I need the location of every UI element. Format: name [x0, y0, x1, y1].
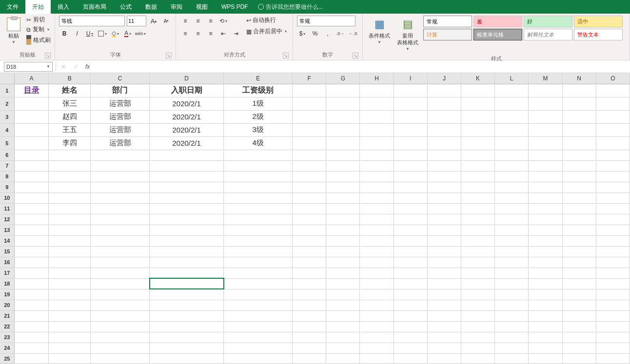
- cell-D18[interactable]: [150, 278, 224, 289]
- cell-B8[interactable]: [49, 171, 91, 182]
- row-header-6[interactable]: 6: [0, 150, 14, 160]
- cell-H4[interactable]: [360, 123, 394, 136]
- cell-E10[interactable]: [224, 192, 293, 203]
- tell-me-search[interactable]: 告诉我您想要做什么...: [258, 3, 323, 11]
- row-header-21[interactable]: 21: [0, 310, 14, 321]
- col-header-C[interactable]: C: [91, 73, 150, 84]
- number-launcher[interactable]: ↘: [353, 53, 358, 58]
- row-header-22[interactable]: 22: [0, 321, 14, 332]
- row-header-11[interactable]: 11: [0, 203, 14, 214]
- cell-L5[interactable]: [495, 136, 529, 150]
- row-header-13[interactable]: 13: [0, 225, 14, 235]
- cell-H15[interactable]: [360, 246, 394, 257]
- cell-F6[interactable]: [293, 150, 326, 160]
- cell-G23[interactable]: [326, 332, 360, 343]
- cell-J24[interactable]: [427, 343, 461, 353]
- cell-K21[interactable]: [461, 310, 494, 321]
- cell-E14[interactable]: [224, 235, 293, 246]
- cell-C21[interactable]: [91, 310, 150, 321]
- align-right-button[interactable]: ≡: [205, 28, 216, 39]
- cell-N6[interactable]: [562, 150, 596, 160]
- cell-I11[interactable]: [394, 203, 427, 214]
- cell-H21[interactable]: [360, 310, 394, 321]
- cell-G22[interactable]: [326, 321, 360, 332]
- cell-B10[interactable]: [49, 192, 91, 203]
- cell-N15[interactable]: [562, 246, 596, 257]
- cell-I6[interactable]: [394, 150, 427, 160]
- cell-O3[interactable]: [596, 110, 630, 123]
- cell-H3[interactable]: [360, 110, 394, 123]
- cell-O13[interactable]: [596, 225, 630, 235]
- format-painter-button[interactable]: 格式刷: [26, 35, 51, 45]
- menu-tab-开始[interactable]: 开始: [25, 0, 51, 14]
- cell-K1[interactable]: [461, 84, 494, 97]
- cell-style-差[interactable]: 差: [473, 16, 522, 27]
- cell-G18[interactable]: [326, 278, 360, 289]
- cell-I15[interactable]: [394, 246, 427, 257]
- cell-I20[interactable]: [394, 300, 427, 310]
- cell-D11[interactable]: [150, 203, 224, 214]
- cell-J6[interactable]: [427, 150, 461, 160]
- cell-L4[interactable]: [495, 123, 529, 136]
- cell-G8[interactable]: [326, 171, 360, 182]
- row-header-1[interactable]: 1: [0, 84, 14, 97]
- cell-N13[interactable]: [562, 225, 596, 235]
- indent-inc-button[interactable]: ⇥: [231, 28, 241, 39]
- cell-B21[interactable]: [49, 310, 91, 321]
- cell-J20[interactable]: [427, 300, 461, 310]
- cell-L7[interactable]: [495, 160, 529, 171]
- cell-H10[interactable]: [360, 192, 394, 203]
- cell-K3[interactable]: [461, 110, 494, 123]
- cell-I3[interactable]: [394, 110, 427, 123]
- clipboard-launcher[interactable]: ↘: [45, 53, 51, 58]
- cell-style-检查单元格[interactable]: 检查单元格: [473, 29, 522, 40]
- percent-button[interactable]: %: [310, 28, 320, 39]
- cell-M9[interactable]: [529, 182, 562, 192]
- cell-E5[interactable]: 4级: [224, 136, 293, 150]
- cell-A16[interactable]: [14, 257, 49, 268]
- cell-J17[interactable]: [427, 268, 461, 278]
- cell-E11[interactable]: [224, 203, 293, 214]
- cell-K12[interactable]: [461, 214, 494, 225]
- cell-F11[interactable]: [293, 203, 326, 214]
- row-header-15[interactable]: 15: [0, 246, 14, 257]
- cell-K18[interactable]: [461, 278, 494, 289]
- cell-H13[interactable]: [360, 225, 394, 235]
- cell-N3[interactable]: [562, 110, 596, 123]
- cell-M13[interactable]: [529, 225, 562, 235]
- align-top-button[interactable]: ≡: [180, 16, 191, 26]
- cell-B15[interactable]: [49, 246, 91, 257]
- cell-H16[interactable]: [360, 257, 394, 268]
- cell-K20[interactable]: [461, 300, 494, 310]
- cell-E6[interactable]: [224, 150, 293, 160]
- cell-E18[interactable]: [224, 278, 293, 289]
- cell-G24[interactable]: [326, 343, 360, 353]
- cell-style-计算[interactable]: 计算: [423, 29, 472, 40]
- cell-L22[interactable]: [495, 321, 529, 332]
- menu-tab-公式[interactable]: 公式: [113, 0, 138, 14]
- col-header-E[interactable]: E: [224, 73, 293, 84]
- cell-J16[interactable]: [427, 257, 461, 268]
- cell-B23[interactable]: [49, 332, 91, 343]
- cell-G9[interactable]: [326, 182, 360, 192]
- row-header-24[interactable]: 24: [0, 343, 14, 353]
- cell-I10[interactable]: [394, 192, 427, 203]
- format-as-table-button[interactable]: ▤ 套用 表格格式▼: [395, 16, 420, 54]
- cell-C15[interactable]: [91, 246, 150, 257]
- cell-D16[interactable]: [150, 257, 224, 268]
- cell-style-适中[interactable]: 适中: [574, 16, 623, 27]
- cell-L19[interactable]: [495, 289, 529, 300]
- cell-C20[interactable]: [91, 300, 150, 310]
- cell-N7[interactable]: [562, 160, 596, 171]
- cell-H1[interactable]: [360, 84, 394, 97]
- col-header-K[interactable]: K: [461, 73, 494, 84]
- cell-J22[interactable]: [427, 321, 461, 332]
- cell-O6[interactable]: [596, 150, 630, 160]
- cell-M8[interactable]: [529, 171, 562, 182]
- number-format-select[interactable]: [297, 16, 355, 26]
- spreadsheet-grid[interactable]: ABCDEFGHIJKLMNO1目录姓名部门入职日期工资级别2张三运营部2020…: [0, 73, 630, 364]
- cell-F13[interactable]: [293, 225, 326, 235]
- col-header-J[interactable]: J: [427, 73, 461, 84]
- cell-E4[interactable]: 3级: [224, 123, 293, 136]
- col-header-L[interactable]: L: [495, 73, 529, 84]
